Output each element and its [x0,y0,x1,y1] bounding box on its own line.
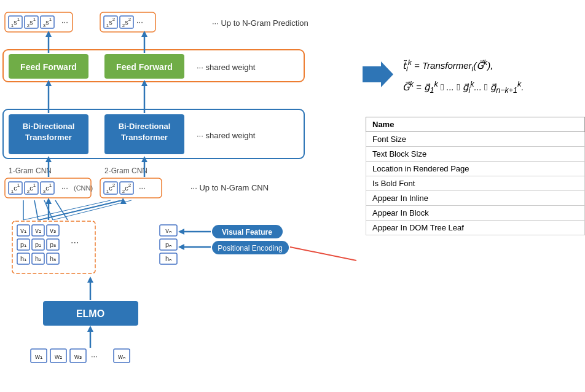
svg-text:(CNN): (CNN) [74,184,93,192]
svg-text:1: 1 [106,189,109,194]
svg-rect-99 [70,349,86,363]
svg-text:Transformer: Transformer [25,133,72,142]
svg-rect-102 [114,349,130,363]
svg-rect-16 [100,12,155,32]
table-cell: Font Size [366,132,585,147]
svg-line-120 [39,200,123,220]
svg-rect-84 [47,253,59,264]
main-container: s 1 1 s 1 2 s 1 3 ··· s 2 1 s 2 2 ··· ··… [0,0,585,392]
svg-text:c: c [45,184,49,192]
svg-marker-141 [363,61,393,87]
svg-line-140 [53,200,132,220]
svg-rect-2 [5,12,73,32]
svg-rect-57 [104,182,117,194]
svg-text:v₂: v₂ [35,227,41,234]
table-header: Name [366,117,585,132]
svg-text:c: c [29,184,33,192]
feature-table: Name Font Size Text Block Size Location … [366,117,585,235]
svg-rect-106 [212,241,289,254]
svg-text:1: 1 [33,17,36,22]
svg-rect-50 [41,182,54,194]
svg-text:···: ··· [139,183,146,192]
svg-text:Bi-Directional: Bi-Directional [119,122,171,131]
svg-marker-131 [178,244,184,250]
svg-text:hₙ: hₙ [165,255,171,262]
svg-marker-123 [141,156,147,162]
svg-line-136 [44,200,53,220]
svg-text:p₃: p₃ [50,241,56,248]
svg-rect-68 [17,225,29,236]
svg-text:v₁: v₁ [20,227,26,234]
svg-text:2: 2 [122,23,125,28]
table-cell: Appear In Block [366,206,585,221]
svg-text:p₂: p₂ [35,241,41,248]
svg-marker-113 [45,198,52,204]
table-cell: Location in Rendered Page [366,162,585,176]
svg-rect-97 [50,349,66,363]
svg-text:Visual Feature: Visual Feature [222,228,272,237]
svg-text:2: 2 [128,17,132,22]
svg-text:s: s [14,18,17,26]
svg-text:1: 1 [106,23,109,28]
svg-rect-76 [32,239,44,250]
svg-text:2: 2 [128,182,132,188]
svg-text:1: 1 [17,182,20,188]
table-row: Font Size [366,132,585,147]
svg-text:Bi-Directional: Bi-Directional [23,122,75,131]
svg-text:···: ··· [71,237,79,248]
svg-rect-17 [104,16,117,28]
table-row: Appear In Inline [366,191,585,206]
svg-rect-70 [32,225,44,236]
svg-text:···: ··· [91,351,98,361]
svg-text:2: 2 [112,17,116,22]
svg-rect-32 [9,114,88,154]
svg-rect-61 [120,182,133,194]
svg-text:c: c [125,184,128,192]
svg-text:Positional Encoding: Positional Encoding [218,244,282,253]
svg-text:s: s [29,18,33,26]
svg-text:2-Gram CNN: 2-Gram CNN [104,167,147,175]
svg-rect-78 [47,239,59,250]
svg-text:h₁: h₁ [20,255,26,262]
svg-rect-7 [25,16,38,28]
svg-rect-56 [100,178,162,198]
diagram-area: s 1 1 s 1 2 s 1 3 ··· s 2 1 s 2 2 ··· ··… [0,0,356,392]
svg-rect-67 [12,221,95,273]
svg-rect-95 [31,349,47,363]
table-row: Is Bold Font [366,176,585,191]
svg-rect-1 [3,109,304,159]
svg-text:2: 2 [27,189,30,194]
svg-text:s: s [109,18,112,26]
svg-rect-80 [17,253,29,264]
svg-marker-119 [45,31,52,37]
svg-text:···: ··· [61,17,68,26]
table-cell: Appear In Inline [366,191,585,206]
svg-text:wₙ: wₙ [117,353,125,360]
svg-text:v₃: v₃ [50,227,56,234]
svg-text:1: 1 [49,182,52,188]
svg-marker-121 [120,198,127,204]
svg-rect-0 [3,50,304,82]
svg-rect-89 [160,239,177,250]
svg-marker-127 [141,31,147,37]
svg-text:h₃: h₃ [50,255,56,262]
svg-text:1: 1 [11,189,14,194]
svg-text:···  shared weight: ··· shared weight [197,131,256,140]
svg-rect-35 [104,114,184,154]
svg-text:w₂: w₂ [54,353,62,360]
right-area: t̃ik = Transformeri(G⃗k), G⃗k = g⃗1k ⌢ .… [356,0,585,392]
svg-rect-74 [17,239,29,250]
svg-rect-82 [32,253,44,264]
svg-marker-111 [87,276,93,283]
svg-rect-29 [104,54,184,79]
svg-text:ELMO: ELMO [76,308,104,319]
table-cell: Text Block Size [366,147,585,162]
svg-line-135 [34,200,38,220]
table-cell: Appear In DOM Tree Leaf [366,221,585,235]
svg-text:c: c [14,184,17,192]
table-row: Text Block Size [366,147,585,162]
svg-text:w₃: w₃ [74,353,82,360]
svg-text:c: c [109,184,112,192]
svg-text:Feed Forward: Feed Forward [116,62,173,72]
formula-area: t̃ik = Transformeri(G⃗k), G⃗k = g⃗1k ⌢ .… [402,55,524,98]
